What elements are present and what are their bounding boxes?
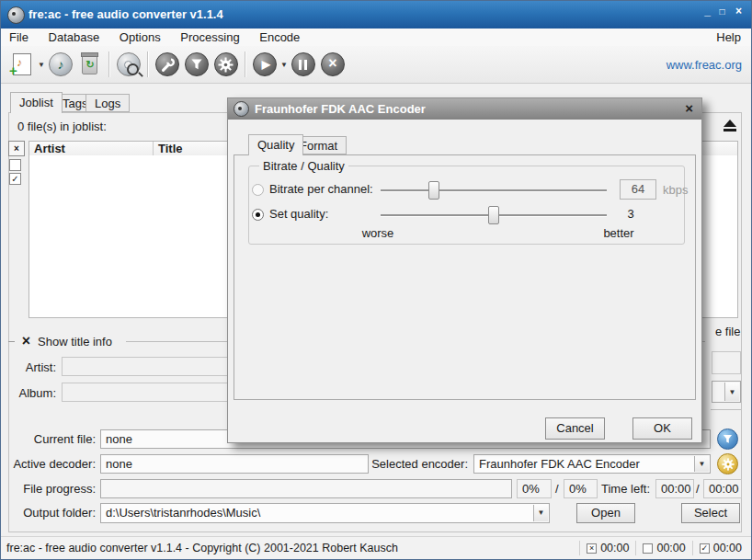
gear-icon bbox=[722, 458, 735, 471]
funnel-icon bbox=[185, 52, 209, 76]
select-none-button[interactable] bbox=[9, 159, 21, 171]
add-audio-cd-button[interactable]: ♪ bbox=[46, 50, 75, 79]
timer-value: 00:00 bbox=[600, 542, 629, 554]
menu-processing[interactable]: Processing bbox=[172, 29, 247, 46]
output-folder-value: d:\Users\tristanrhodes\Music\ bbox=[106, 506, 260, 520]
menu-encode[interactable]: Encode bbox=[251, 29, 308, 46]
gear-icon bbox=[214, 52, 238, 76]
select-folder-button[interactable]: Select bbox=[681, 503, 740, 523]
time-left-file: 00:00 bbox=[655, 479, 694, 498]
stop-icon: × bbox=[321, 52, 345, 76]
status-timers: × 00:00 00:00 ✓ 00:00 bbox=[579, 541, 748, 555]
set-quality-radio[interactable] bbox=[252, 209, 264, 221]
active-decoder-label: Active decoder: bbox=[1, 457, 96, 471]
close-button[interactable]: × bbox=[732, 5, 746, 17]
time-separator: / bbox=[696, 482, 700, 496]
play-icon: ▶ bbox=[253, 52, 277, 76]
right-label-fragment: e file bbox=[715, 325, 740, 338]
collapse-handle[interactable] bbox=[8, 341, 15, 342]
tab-logs[interactable]: Logs bbox=[85, 94, 130, 112]
bitrate-slider-track[interactable] bbox=[381, 189, 607, 191]
checked-tick-icon: ✓ bbox=[700, 543, 710, 554]
bitrate-label: Bitrate per channel: bbox=[269, 182, 373, 196]
stop-encoding-button[interactable]: × bbox=[318, 50, 348, 79]
file-progress-percent: 0% bbox=[517, 479, 552, 498]
chevron-down-icon[interactable]: ▼ bbox=[724, 383, 739, 401]
bitrate-radio[interactable] bbox=[252, 184, 264, 196]
album-label: Album: bbox=[14, 386, 56, 400]
pause-encoding-button[interactable] bbox=[289, 50, 318, 79]
selected-encoder-value: Fraunhofer FDK AAC Encoder bbox=[479, 457, 640, 471]
maximize-button[interactable]: □ bbox=[715, 6, 729, 17]
toolbar-separator bbox=[108, 51, 110, 77]
encoder-config-dialog: Fraunhofer FDK AAC Encoder × Quality For… bbox=[227, 97, 702, 443]
configure-encoder-icon-button[interactable] bbox=[717, 453, 738, 474]
menu-database[interactable]: Database bbox=[40, 29, 108, 46]
configure-encoder-button[interactable] bbox=[211, 50, 241, 79]
minimize-button[interactable]: _ bbox=[701, 5, 714, 17]
add-files-button[interactable]: ♪ + bbox=[7, 50, 37, 79]
artist-label: Artist: bbox=[14, 360, 56, 374]
bitrate-value-field[interactable]: 64 bbox=[620, 179, 656, 200]
output-folder-label: Output folder: bbox=[1, 506, 96, 520]
select-all-button[interactable]: × bbox=[8, 141, 25, 156]
timer-value: 00:00 bbox=[713, 542, 742, 554]
magnifier-icon bbox=[127, 63, 139, 75]
show-title-info-label[interactable]: Show title info bbox=[38, 335, 112, 349]
set-quality-label: Set quality: bbox=[269, 207, 328, 221]
output-folder-combo[interactable]: d:\Users\tristanrhodes\Music\ ▼ bbox=[100, 503, 550, 523]
unchecked-box-icon bbox=[643, 543, 653, 554]
cancel-button[interactable]: Cancel bbox=[545, 417, 605, 440]
dialog-tab-quality[interactable]: Quality bbox=[248, 134, 303, 155]
tab-joblist[interactable]: Joblist bbox=[10, 92, 63, 113]
timer-unselected: 00:00 bbox=[635, 541, 691, 555]
right-sliver-field[interactable] bbox=[712, 351, 741, 374]
start-encoding-button[interactable]: ▶ bbox=[250, 50, 279, 79]
freac-website-link[interactable]: www.freac.org bbox=[667, 58, 742, 72]
status-text: fre:ac - free audio converter v1.1.4 - C… bbox=[6, 542, 398, 554]
total-progress-percent: 0% bbox=[564, 479, 598, 498]
menu-options[interactable]: Options bbox=[111, 29, 169, 46]
bitrate-unit: kbps bbox=[663, 183, 688, 197]
menu-help[interactable]: Help bbox=[708, 29, 749, 46]
window-titlebar[interactable]: fre:ac - free audio converter v1.1.4 _ □… bbox=[1, 1, 751, 29]
document-icon: ♪ + bbox=[13, 53, 31, 75]
open-folder-button[interactable]: Open bbox=[576, 503, 635, 523]
clear-joblist-button[interactable]: ↻ bbox=[75, 50, 105, 79]
chevron-down-icon[interactable]: ▼ bbox=[533, 505, 548, 521]
freac-logo-icon bbox=[234, 101, 249, 117]
add-files-dropdown-arrow[interactable]: ▼ bbox=[38, 61, 45, 69]
group-title: Bitrate / Quality bbox=[259, 159, 348, 173]
start-encoding-dropdown-arrow[interactable]: ▼ bbox=[280, 61, 288, 69]
trash-icon: ↻ bbox=[82, 55, 97, 74]
timer-selected: × 00:00 bbox=[579, 541, 635, 555]
dialog-close-button[interactable]: × bbox=[685, 100, 693, 116]
column-header-artist[interactable]: Artist bbox=[29, 142, 154, 155]
pause-icon bbox=[291, 52, 315, 76]
eject-button[interactable] bbox=[719, 116, 741, 135]
dialog-titlebar[interactable]: Fraunhofer FDK AAC Encoder × bbox=[228, 98, 701, 120]
freac-logo-icon bbox=[7, 6, 25, 24]
general-settings-button[interactable] bbox=[153, 50, 182, 79]
joblist-count: 0 file(s) in joblist: bbox=[17, 120, 107, 133]
bitrate-slider-thumb[interactable] bbox=[428, 181, 439, 200]
toggle-selection-button[interactable]: ✓ bbox=[9, 173, 21, 185]
selected-encoder-combo[interactable]: Fraunhofer FDK AAC Encoder ▼ bbox=[473, 454, 711, 474]
funnel-icon bbox=[722, 433, 734, 445]
processing-options-icon-button[interactable] bbox=[717, 429, 738, 450]
menu-file[interactable]: File bbox=[1, 29, 37, 46]
file-progress-bar bbox=[100, 479, 512, 498]
processing-options-button[interactable] bbox=[182, 50, 211, 79]
chevron-down-icon[interactable]: ▼ bbox=[694, 456, 709, 472]
quality-slider-thumb[interactable] bbox=[488, 206, 499, 224]
ok-button[interactable]: OK bbox=[632, 417, 692, 440]
plus-icon: + bbox=[9, 63, 17, 78]
toolbar-separator bbox=[147, 51, 149, 77]
show-title-info-checkbox[interactable]: × bbox=[19, 334, 33, 348]
current-file-label: Current file: bbox=[1, 432, 96, 446]
query-cddb-button[interactable] bbox=[114, 50, 143, 79]
timer-value: 00:00 bbox=[656, 542, 685, 554]
right-sliver-combo[interactable]: ▼ bbox=[712, 381, 741, 403]
scale-worse-label: worse bbox=[349, 226, 406, 240]
recycle-icon: ↻ bbox=[85, 59, 94, 71]
